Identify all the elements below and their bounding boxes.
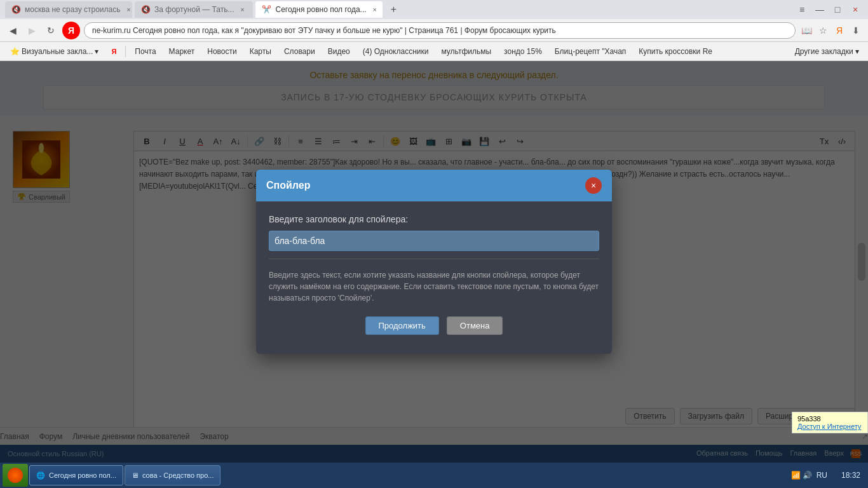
bookmark-separator: [125, 46, 126, 57]
modal-hint: Введите здесь текст, если хотите указать…: [269, 269, 599, 304]
modal-header: Спойлер ×: [256, 170, 612, 201]
bookmark-label-0: Визуальные закла...: [22, 47, 93, 56]
chevron-down-icon: ▾: [95, 47, 98, 56]
bookmark-item-maps[interactable]: Карты: [245, 46, 276, 57]
bookmark-item-visual[interactable]: ⭐ Визуальные закла... ▾: [5, 46, 104, 57]
taskbar-item-1[interactable]: 🌐 Сегодня ровно пол...: [29, 465, 123, 485]
taskbar-label-2: сова - Средство про...: [142, 471, 214, 479]
tab-3-close[interactable]: ×: [370, 5, 379, 14]
reload-button[interactable]: ↻: [43, 23, 58, 38]
taskbar-label-1: Сегодня ровно пол...: [49, 471, 116, 479]
tab-1-label: москва не сразу строилась: [25, 5, 120, 14]
url-bar[interactable]: ne-kurim.ru Сегодня ровно пол года, как …: [84, 22, 796, 39]
tab-2-icon: 🔇: [141, 5, 151, 14]
url-actions: 📖 ☆ Я ⬇: [799, 24, 863, 37]
modal-label: Введите заголовок для спойлера:: [269, 214, 599, 224]
modal-overlay: Спойлер × Введите заголовок для спойлера…: [0, 61, 868, 463]
tooltip-subtext: Доступ к Интернету: [797, 423, 862, 430]
bookmark-item-blit[interactable]: Блиц-рецепт "Хачап: [550, 46, 632, 57]
bookmark-label-5: Словари: [284, 47, 315, 56]
systray: 📶 🔊 RU: [787, 471, 834, 480]
taskbar-icon-2: 🖥: [132, 471, 139, 479]
close-window-button[interactable]: ×: [848, 3, 863, 16]
tooltip-text: 95a338: [797, 415, 862, 423]
modal-divider: [269, 259, 599, 259]
continue-button[interactable]: Продолжить: [365, 316, 439, 335]
start-button[interactable]: [3, 464, 28, 487]
bookmark-star-icon[interactable]: ☆: [816, 24, 830, 37]
tab-1[interactable]: 🔇 москва не сразу строилась ×: [5, 1, 132, 18]
bookmark-icon: ⭐: [10, 47, 20, 56]
minimize-button[interactable]: —: [812, 3, 827, 16]
language-indicator[interactable]: RU: [814, 471, 830, 480]
tab-2-close[interactable]: ×: [238, 5, 247, 14]
bookmark-label-7: (4) Одноклассники: [363, 47, 429, 56]
tab-1-icon: 🔇: [11, 5, 21, 14]
yandex-search-icon[interactable]: Я: [832, 24, 846, 37]
network-icon: 📶: [791, 471, 801, 480]
bookmark-label-9: зондо 15%: [504, 47, 542, 56]
taskbar-item-2[interactable]: 🖥 сова - Средство про...: [125, 465, 221, 485]
tab-3-label: Сегодня ровно пол года...: [275, 5, 366, 14]
volume-icon: 🔊: [803, 471, 812, 480]
bookmark-label-8: мультфильмы: [441, 47, 491, 56]
bookmark-item-video[interactable]: Видео: [323, 46, 355, 57]
bookmark-label-4: Карты: [250, 47, 271, 56]
title-bar: 🔇 москва не сразу строилась × 🔇 За форту…: [0, 0, 868, 19]
reader-mode-icon[interactable]: 📖: [799, 24, 813, 37]
bookmark-item-dict[interactable]: Словари: [279, 46, 320, 57]
cancel-button[interactable]: Отмена: [447, 316, 503, 335]
bookmark-item-yandex[interactable]: Я: [106, 46, 121, 57]
yandex-logo[interactable]: Я: [62, 22, 80, 39]
modal-dialog: Спойлер × Введите заголовок для спойлера…: [256, 170, 612, 354]
new-tab-button[interactable]: +: [385, 1, 402, 18]
bookmark-label-11: Купить кроссовки Re: [639, 47, 712, 56]
tab-2-label: За фортуной — Тать...: [154, 5, 234, 14]
download-icon[interactable]: ⬇: [849, 24, 863, 37]
tab-3-icon: ✂️: [262, 5, 271, 14]
bookmark-label-more: Другие закладки: [795, 47, 853, 56]
maximize-button[interactable]: □: [830, 3, 845, 16]
page-inner: РУ Оставьте заявку на перенос дневника в…: [0, 61, 868, 463]
bookmark-label-3: Новости: [207, 47, 236, 56]
bookmark-label-1: Почта: [135, 47, 156, 56]
menu-button[interactable]: ≡: [794, 3, 810, 16]
yandex-icon: Я: [111, 48, 116, 55]
bookmark-label-6: Видео: [328, 47, 350, 56]
bookmark-item-market[interactable]: Маркет: [164, 46, 200, 57]
modal-title: Спойлер: [266, 180, 310, 191]
modal-input[interactable]: [269, 231, 599, 251]
forward-button[interactable]: ▶: [24, 23, 39, 38]
url-text: ne-kurim.ru Сегодня ровно пол года, как …: [92, 26, 787, 35]
more-bookmarks[interactable]: Другие закладки ▾: [791, 46, 863, 57]
bookmark-item-shoes[interactable]: Купить кроссовки Re: [634, 46, 717, 57]
address-bar: ◀ ▶ ↻ Я ne-kurim.ru Сегодня ровно пол го…: [0, 19, 868, 42]
start-icon: [8, 468, 23, 483]
window-controls: ≡ — □ ×: [794, 3, 863, 16]
tab-3[interactable]: ✂️ Сегодня ровно пол года... ×: [255, 1, 383, 18]
bookmark-label-10: Блиц-рецепт "Хачап: [555, 47, 627, 56]
tab-2[interactable]: 🔇 За фортуной — Тать... ×: [135, 1, 253, 18]
back-button[interactable]: ◀: [5, 23, 20, 38]
bookmark-item-mail[interactable]: Почта: [130, 46, 161, 57]
tab-1-close[interactable]: ×: [124, 5, 132, 14]
clock: 18:32: [836, 471, 865, 480]
tooltip: 95a338 Доступ к Интернету: [792, 412, 868, 433]
bookmark-item-zondo[interactable]: зондо 15%: [499, 46, 547, 57]
taskbar-icon-1: 🌐: [36, 471, 45, 480]
modal-body: Введите заголовок для спойлера: Введите …: [256, 201, 612, 354]
modal-footer: Продолжить Отмена: [269, 316, 599, 341]
bookmark-label-2: Маркет: [169, 47, 195, 56]
bookmarks-bar: ⭐ Визуальные закла... ▾ Я Почта Маркет Н…: [0, 42, 868, 61]
taskbar: 🌐 Сегодня ровно пол... 🖥 сова - Средство…: [0, 463, 868, 488]
taskbar-right: 📶 🔊 RU 18:32: [787, 471, 865, 480]
bookmark-item-news[interactable]: Новости: [202, 46, 241, 57]
bookmark-item-ok[interactable]: (4) Одноклассники: [358, 46, 434, 57]
modal-close-button[interactable]: ×: [585, 177, 602, 194]
bookmark-item-multfilm[interactable]: мультфильмы: [436, 46, 496, 57]
page-content: РУ Оставьте заявку на перенос дневника в…: [0, 61, 868, 463]
